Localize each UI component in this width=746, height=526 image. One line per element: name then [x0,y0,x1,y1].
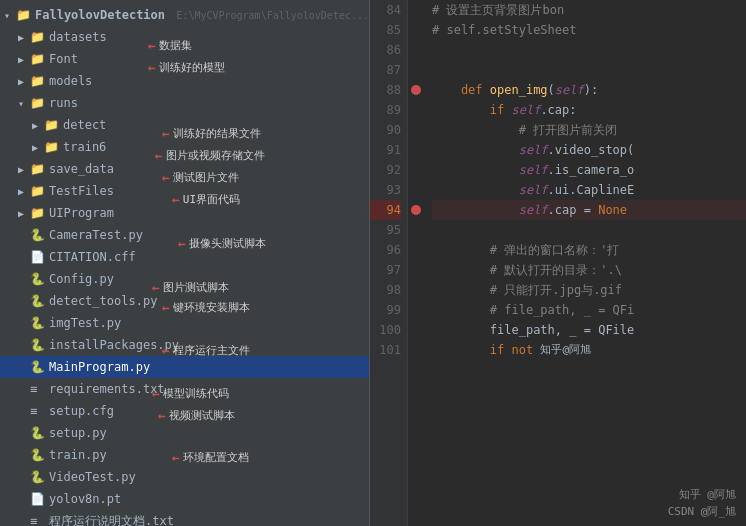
code-line-88: def open_img(self): [432,80,746,100]
tree-item-runs[interactable]: ▾ 📁 runs [0,92,369,114]
folder-icon: 📁 [44,140,60,154]
code-token: self [432,140,548,160]
tree-item-mainprogram[interactable]: ▶ 🐍 MainProgram.py [0,356,369,378]
py-file-icon: 🐍 [30,316,46,330]
tree-item-models[interactable]: ▶ 📁 models [0,70,369,92]
tree-item-requirements[interactable]: ▶ ≡ requirements.txt [0,378,369,400]
tree-item-detect[interactable]: ▶ 📁 detect [0,114,369,136]
tree-item-testfiles[interactable]: ▶ 📁 TestFiles [0,180,369,202]
folder-icon: 📁 [30,184,46,198]
project-root[interactable]: ▾ 📁 FallyolovDetection E:\MyCVProgram\Fa… [0,4,369,26]
tree-item-installpackages[interactable]: ▶ 🐍 installPackages.py [0,334,369,356]
watermark: 知乎 @阿旭 CSDN @阿_旭 [668,487,736,520]
line-num: 86 [370,40,401,60]
bp-empty [408,120,424,140]
item-label: VideoTest.py [49,470,369,484]
tree-item-setupcfg[interactable]: ▶ ≡ setup.cfg [0,400,369,422]
item-label: setup.cfg [49,404,369,418]
txt-file-icon: ≡ [30,514,46,526]
code-token: 知乎@阿旭 [540,340,591,360]
code-line-97: # 默认打开的目录：'.\ [432,260,746,280]
line-num: 88 [370,80,401,100]
item-label: save_data [49,162,369,176]
tree-item-savedata[interactable]: ▶ 📁 save_data [0,158,369,180]
tree-item-citation[interactable]: ▶ 📄 CITATION.cff [0,246,369,268]
code-token: self [432,160,548,180]
tree-item-font[interactable]: ▶ 📁 Font [0,48,369,70]
bp-empty [408,240,424,260]
tree-item-cameratest[interactable]: ▶ 🐍 CameraTest.py [0,224,369,246]
bp-empty [408,220,424,240]
bp-empty [408,140,424,160]
item-label: installPackages.py [49,338,369,352]
line-numbers: 84 85 86 87 88 89 90 91 92 93 94 95 96 9… [370,0,408,526]
tree-item-readme[interactable]: ▶ ≡ 程序运行说明文档.txt [0,510,369,526]
tree-item-uiprogram[interactable]: ▶ 📁 UIProgram [0,202,369,224]
code-token: if not [432,340,533,360]
item-label: models [49,74,369,88]
py-file-icon: 🐍 [30,338,46,352]
tree-item-trainpy[interactable]: ▶ 🐍 train.py [0,444,369,466]
bp-empty [408,260,424,280]
line-num: 87 [370,60,401,80]
py-file-icon: 🐍 [30,448,46,462]
folder-icon: 📁 [30,162,46,176]
file-icon: 📄 [30,250,46,264]
item-label: runs [49,96,369,110]
item-label: Font [49,52,369,66]
breakpoint-gutter [408,0,424,526]
tree-item-setuppy[interactable]: ▶ 🐍 setup.py [0,422,369,444]
expand-arrow: ▶ [18,32,30,43]
code-line-90: # 打开图片前关闭 [432,120,746,140]
code-line-98: # 只能打开.jpg与.gif [432,280,746,300]
line-num: 93 [370,180,401,200]
code-token: ): [584,80,598,100]
folder-icon: 📁 [44,118,60,132]
code-line-87 [432,60,746,80]
file-icon: 📄 [30,492,46,506]
line-num: 95 [370,220,401,240]
tree-item-yolov8n[interactable]: ▶ 📄 yolov8n.pt [0,488,369,510]
item-label: MainProgram.py [49,360,369,374]
line-num: 85 [370,20,401,40]
py-file-icon: 🐍 [30,426,46,440]
py-file-icon: 🐍 [30,228,46,242]
line-num: 98 [370,280,401,300]
py-file-icon: 🐍 [30,470,46,484]
txt-file-icon: ≡ [30,382,46,396]
code-token: .cap = [548,200,599,220]
expand-arrow: ▶ [18,76,30,87]
project-tree: ▾ 📁 FallyolovDetection E:\MyCVProgram\Fa… [0,0,369,526]
code-token: .cap: [540,100,576,120]
bp-88 [408,80,424,100]
code-token: self [432,180,548,200]
tree-item-videotest[interactable]: ▶ 🐍 VideoTest.py [0,466,369,488]
item-label: datasets [49,30,369,44]
folder-icon: 📁 [30,52,46,66]
item-label: train.py [49,448,369,462]
item-label: 程序运行说明文档.txt [49,513,369,527]
tree-item-detecttools[interactable]: ▶ 🐍 detect_tools.py [0,290,369,312]
bp-empty [408,100,424,120]
py-file-icon: 🐍 [30,272,46,286]
code-token: ( [548,80,555,100]
code-line-95 [432,220,746,240]
folder-icon: 📁 [30,96,46,110]
tree-item-imgtest[interactable]: ▶ 🐍 imgTest.py [0,312,369,334]
expand-arrow: ▶ [18,186,30,197]
line-num: 94 [370,200,401,220]
code-editor-panel: 84 85 86 87 88 89 90 91 92 93 94 95 96 9… [370,0,746,526]
item-label: detect [63,118,369,132]
line-num: 92 [370,160,401,180]
tree-item-train6[interactable]: ▶ 📁 train6 [0,136,369,158]
code-token: self [555,80,584,100]
code-token: # file_path, _ = QFi [432,300,634,320]
py-file-icon: 🐍 [30,294,46,308]
tree-item-datasets[interactable]: ▶ 📁 datasets [0,26,369,48]
tree-item-config[interactable]: ▶ 🐍 Config.py [0,268,369,290]
bp-94 [408,200,424,220]
folder-icon: 📁 [30,74,46,88]
code-token: # 设置主页背景图片bon [432,0,564,20]
file-tree-panel: ▾ 📁 FallyolovDetection E:\MyCVProgram\Fa… [0,0,370,526]
item-label: setup.py [49,426,369,440]
